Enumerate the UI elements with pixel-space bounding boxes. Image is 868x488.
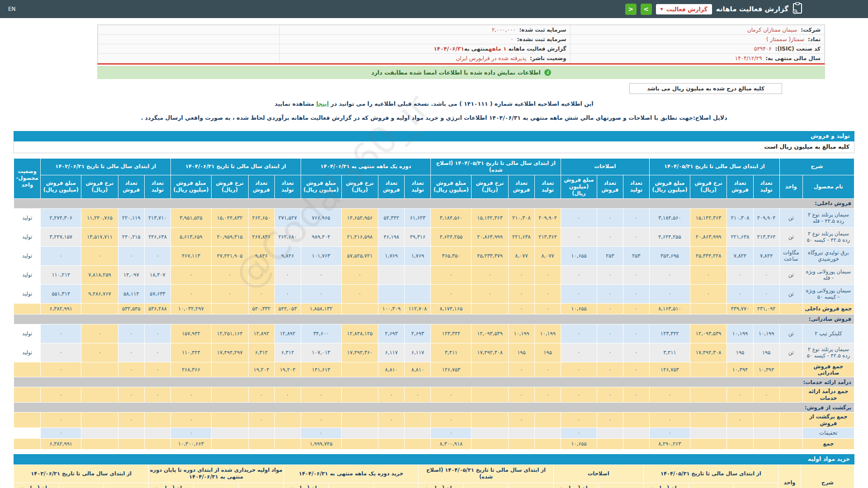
product-name-cell: تخفیفات	[802, 427, 854, 438]
value-cell	[405, 427, 431, 438]
previous-version-link[interactable]: اینجا	[316, 100, 329, 107]
table-row: جمع برگشت از فروش۰۰۰۰۰۰۰۰۰۰۰۰	[14, 413, 854, 428]
value-cell: ۰	[248, 284, 274, 303]
value-cell: ۱۲,۰۹۳,۵۳۹	[690, 324, 727, 343]
value-cell: ۰	[690, 284, 727, 303]
value-cell: ۰	[561, 427, 597, 438]
value-cell	[274, 427, 301, 438]
value-cell: ۰	[623, 324, 649, 343]
value-cell: ۱,۷۶۹	[405, 246, 431, 265]
value-cell	[211, 413, 248, 428]
status-cell	[14, 413, 41, 428]
value-cell	[378, 284, 405, 303]
status-cell: تولید	[14, 246, 41, 265]
value-cell: ۰	[118, 413, 144, 428]
value-cell: ۰	[561, 343, 597, 362]
value-cell: ۲۶۲,۶۸۰	[274, 227, 301, 246]
value-cell: ۰	[623, 362, 649, 377]
value-cell: ۰	[171, 284, 212, 303]
value-cell: ۵۲,۳۴۲	[378, 208, 405, 227]
value-cell	[508, 427, 534, 438]
value-cell: ۸,۲۹۰,۲۶۳	[650, 438, 690, 449]
column-header: تعداد تولید	[623, 175, 649, 198]
value-cell	[727, 438, 753, 449]
value-cell: ۷,۸۱۸,۲۵۹	[81, 265, 118, 284]
value-cell: ۰	[81, 324, 118, 343]
value-cell: ۰	[753, 284, 779, 303]
value-cell: ۵۷,۶۳۳	[144, 284, 170, 303]
value-cell: ۱۰,۶۵۵	[561, 246, 597, 265]
column-group-header: اصلاحات	[553, 465, 643, 483]
value-cell: ۱۲,۸۹۲	[248, 324, 274, 343]
value-cell: ۲۴۰,۲۱۵	[118, 227, 144, 246]
table-row: تخفیفات۰۰۰۰۰۰	[14, 427, 854, 438]
value-cell: ۱۰,۶۵۵	[561, 303, 597, 314]
value-cell: ۰	[727, 387, 753, 403]
value-cell: ۰	[561, 208, 597, 227]
report-type-dropdown[interactable]: گزارش فعالیت ▼	[656, 4, 712, 14]
value-cell: ۱۵,۱۴۲,۳۶۳	[472, 208, 509, 227]
column-header: مقدار	[239, 483, 283, 488]
value-cell: ۱۴۱,۶۱۳	[301, 362, 341, 377]
value-cell: ۱۱۰,۲۱۴	[41, 265, 81, 284]
value-cell: ۰	[650, 387, 690, 403]
column-group-header: اصلاحات	[561, 159, 650, 175]
language-toggle[interactable]: EN	[8, 6, 16, 12]
value-cell: ۰	[248, 387, 274, 403]
value-cell	[248, 438, 274, 449]
value-cell	[753, 438, 779, 449]
value-cell: ۰	[597, 324, 623, 343]
report-period-text: گزارش فعالیت ماهانه	[506, 46, 566, 52]
value-cell	[378, 427, 405, 438]
value-cell: ۵۷,۵۲۵,۷۲۱	[341, 246, 378, 265]
value-cell: ۱۲۳,۳۴۲	[431, 324, 472, 343]
previous-report-button[interactable]: <	[625, 4, 637, 15]
value-cell: ۱۷,۴۹۴,۳۶۰	[341, 343, 378, 362]
column-group-header: از ابتدای سال مالی تا تاریخ ۱۴۰۴/۰۵/۳۱	[643, 465, 778, 483]
value-cell: ۰	[561, 362, 597, 377]
value-cell: ۲۱۰,۳۰۸	[727, 208, 753, 227]
value-cell: ۲۲۱,۶۳۸	[727, 227, 753, 246]
value-cell: ۰	[81, 343, 118, 362]
fiscal-year-value: ۱۴۰۴/۱۲/۲۹	[735, 55, 764, 61]
value-cell: ۳,۱۸۴,۵۶۰	[431, 208, 472, 227]
value-cell	[211, 362, 248, 377]
value-cell: ۱۰۱,۷۶۳	[301, 246, 341, 265]
value-cell	[535, 438, 561, 449]
value-cell	[118, 427, 144, 438]
value-cell: ۰	[508, 413, 534, 428]
raw-materials-section: خرید مواد اولیه شرحواحداز ابتدای سال مال…	[14, 454, 854, 488]
table-row: فروش صادراتی:	[14, 314, 854, 324]
value-cell: ۱۷,۴۹۲,۳۰۸	[690, 343, 727, 362]
column-group-header: وضعیت محصول-واحد	[14, 159, 41, 199]
next-report-button[interactable]: >	[641, 4, 652, 15]
issuer-status-value: پذیرفته شده در فرابورس ایران	[456, 55, 528, 61]
column-group-header: مواد اولیه خریداری شده از ابتدای دوره تا…	[149, 465, 283, 483]
value-cell: ۲,۶۹۳	[378, 324, 405, 343]
column-group-header: دوره یک ماهه منتهی به ۱۴۰۴/۰۶/۳۱	[301, 159, 431, 175]
column-header: مبلغ فروش (میلیون ریال)	[301, 175, 341, 198]
value-cell: ۰	[118, 324, 144, 343]
amounts-unit-note: کلیه مبالغ درج شده به میلیون ریال می باش…	[629, 83, 782, 94]
value-cell: ۵,۶۱۳,۶۵۹	[171, 227, 212, 246]
value-cell: ۱۹,۲۰۴	[274, 362, 301, 377]
value-cell: ۰	[41, 324, 81, 343]
column-header: مبلغ (میلیون ریال)	[149, 483, 193, 488]
table-row: سیمان پرتلند نوع ۲ رده ۴۲.۵ - فلهتن۲۰۹,۹…	[14, 208, 854, 227]
status-cell	[14, 438, 41, 449]
value-cell: ۰	[378, 413, 405, 428]
unit-cell: مگاوات ساعت	[779, 246, 802, 265]
unregistered-capital-label: سرمایه ثبت نشده:	[517, 36, 566, 42]
column-header: مقدار	[509, 483, 553, 488]
value-cell: ۶,۳۸۲,۹۹۱	[41, 438, 81, 449]
value-cell	[405, 413, 431, 428]
table-row: برق تولیدي نیروگاه خورشیديمگاوات ساعت۷,۸…	[14, 246, 854, 265]
value-cell: ۰	[535, 284, 561, 303]
column-header: مقدار	[599, 483, 643, 488]
value-cell: ۱۹,۲۰۴	[248, 362, 274, 377]
value-cell	[753, 413, 779, 428]
section-label: فروش صادراتی:	[14, 314, 854, 324]
status-cell: تولید	[14, 265, 41, 284]
value-cell: ۴۶,۱۹۸	[378, 227, 405, 246]
column-header: نرخ فروش (ریال)	[690, 175, 727, 198]
